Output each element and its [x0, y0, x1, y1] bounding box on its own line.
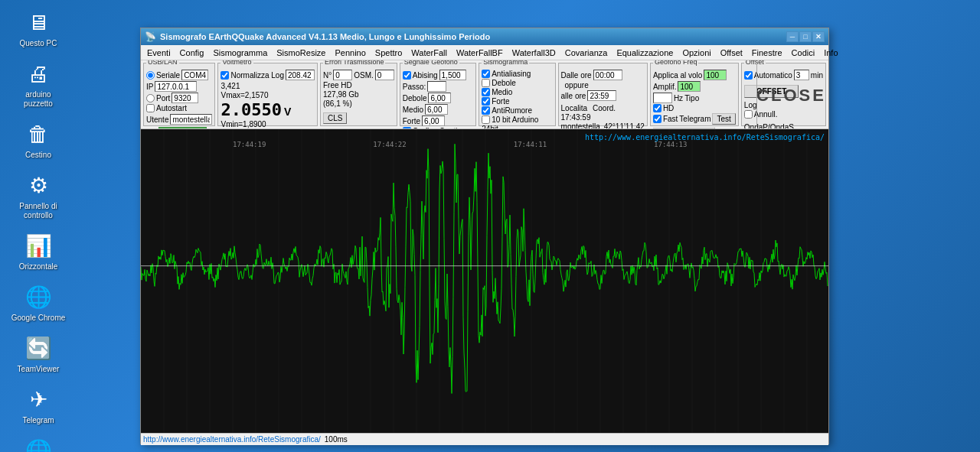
test-button[interactable]: Test	[712, 113, 735, 125]
app-window: 📡 Sismografo EArthQQuake Advanced V4.1.1…	[140, 28, 829, 444]
fast-check[interactable]	[653, 115, 662, 123]
cestino-label: Cestino	[25, 151, 51, 160]
forte-s-label: Forte	[492, 97, 509, 106]
menu-opzioni[interactable]: Opzioni	[678, 47, 715, 59]
localita-value: montestella	[561, 122, 600, 129]
autostart-check[interactable]	[146, 104, 155, 112]
menu-info[interactable]: Info	[819, 47, 842, 59]
geofono-section: Geofono Freq Applica al volo Amplif. Hz …	[650, 63, 739, 126]
n-value[interactable]	[333, 70, 352, 80]
menu-equalizzazione[interactable]: Equalizzazione	[612, 47, 678, 59]
normalizza-value[interactable]	[286, 70, 315, 80]
abising-value[interactable]	[439, 70, 466, 80]
abising-check[interactable]	[403, 71, 411, 80]
osm-value[interactable]	[375, 70, 394, 80]
menu-pennino[interactable]: Pennino	[330, 47, 370, 59]
antialising-label: Antialiasing	[492, 70, 531, 78]
port-radio[interactable]	[146, 94, 155, 102]
hz-value[interactable]	[653, 93, 672, 103]
debole-value[interactable]	[428, 93, 451, 103]
menu-waterfall[interactable]: WaterFall	[407, 47, 452, 59]
medio-s-check[interactable]	[482, 88, 490, 96]
desktop-icon-telegram[interactable]: ✈ Telegram	[8, 381, 69, 428]
ts3: 17:44:11	[514, 141, 547, 148]
desktop-icon-chrome[interactable]: 🌐 Google Chrome	[8, 278, 69, 326]
ts1: 17:44:19	[233, 141, 266, 148]
debole-label: Debole	[403, 94, 427, 102]
menu-finestre[interactable]: Finestre	[747, 47, 787, 59]
serial-radio[interactable]	[146, 71, 155, 80]
normalizza-check[interactable]	[220, 71, 229, 80]
menu-covarianza[interactable]: Covarianza	[560, 47, 612, 59]
annull-check[interactable]	[744, 110, 753, 119]
ip-label: IP	[146, 83, 153, 91]
menu-sismoresize[interactable]: SismoResize	[272, 47, 330, 59]
offset-section: Offset Automatico min OFFSET Log Annull.…	[741, 63, 826, 126]
vmin: Vmin=1,8900	[220, 120, 266, 128]
pc-label: Questo PC	[20, 39, 57, 48]
status-url: http://www.energiealternativa.info/ReteS…	[143, 435, 321, 444]
antialising-check[interactable]	[482, 70, 490, 78]
desktop-icon-pc[interactable]: 🖥 Questo PC	[8, 4, 69, 51]
free-hd-pct: (86,1 %)	[323, 99, 352, 108]
window-title: Sismografo EArthQQuake Advanced V4.1.13 …	[160, 32, 786, 41]
forte-s-check[interactable]	[482, 97, 490, 106]
vmax: Vmax=2,1570	[220, 91, 268, 99]
minimize-button[interactable]: ─	[786, 31, 799, 42]
volt-big-value: 2.0550	[220, 100, 281, 119]
antirumore-check[interactable]	[482, 106, 490, 115]
forte-value[interactable]	[422, 115, 445, 126]
debole-s-check[interactable]	[482, 79, 490, 87]
applica-value[interactable]	[704, 70, 727, 80]
tipo-label: Tipo	[684, 94, 699, 102]
port-value[interactable]	[172, 93, 198, 103]
window-close-button[interactable]: ✕	[812, 31, 825, 42]
amplif-value[interactable]	[678, 81, 701, 92]
maximize-button[interactable]: □	[799, 31, 812, 42]
alle-ore-value[interactable]	[587, 90, 616, 101]
desktop-icon-orizzontale[interactable]: 📊 Orizzontale	[8, 227, 69, 275]
seismo-canvas	[141, 129, 828, 433]
utente-value[interactable]	[170, 114, 212, 125]
abising-label: Abising	[413, 71, 438, 80]
menu-config[interactable]: Config	[175, 47, 209, 59]
medio-value[interactable]	[425, 104, 448, 115]
errors-title: Errori Trasmissione	[323, 60, 386, 66]
voltmeter-title: Voltmetro	[220, 60, 253, 66]
dalle-ore-value[interactable]	[593, 70, 622, 80]
menu-waterfall3d[interactable]: Waterfall3D	[508, 47, 560, 59]
applica-label: Applica al volo	[653, 71, 702, 80]
serial-value[interactable]	[181, 70, 208, 80]
desktop-icon-arduino[interactable]: 🖨 arduino puzzetto	[8, 55, 69, 112]
desktop-icon-cestino[interactable]: 🗑 Cestino	[8, 115, 69, 163]
free-hd-value: 127,98 Gb	[323, 90, 359, 99]
passo-value[interactable]	[427, 81, 446, 92]
arduino-label: arduino puzzetto	[11, 90, 66, 109]
cls-button[interactable]: CLS	[323, 112, 347, 124]
passo-label: Passo:	[403, 83, 426, 91]
ip-value[interactable]	[155, 81, 197, 92]
bit10-check[interactable]	[482, 115, 490, 124]
menu-spettro[interactable]: Spettro	[371, 47, 407, 59]
menu-waterfall-bf[interactable]: WaterFallBF	[452, 47, 508, 59]
hd-check[interactable]	[653, 104, 662, 112]
menu-sismogramma[interactable]: Sismogramma	[208, 47, 272, 59]
arduino-icon: 🖨	[23, 58, 54, 89]
fast-label: Fast	[663, 115, 678, 123]
menu-offset[interactable]: Offset	[716, 47, 747, 59]
title-bar: 📡 Sismografo EArthQQuake Advanced V4.1.1…	[141, 28, 828, 45]
orizzontale-icon: 📊	[23, 230, 54, 261]
sismogramma-section: Sismogramma Antialiasing Debole Medio Fo…	[479, 63, 555, 126]
menu-codici[interactable]: Codici	[787, 47, 820, 59]
edge-icon: 🌐	[23, 435, 54, 452]
automatico-check[interactable]	[744, 71, 753, 80]
bit10-label: 10 bit Arduino	[492, 115, 538, 124]
osm-label: OSM.	[354, 71, 374, 80]
menu-eventi[interactable]: Eventi	[142, 47, 175, 59]
desktop-icon-pannello[interactable]: ⚙ Pannello di controllo	[8, 167, 69, 223]
desktop-icon-edge[interactable]: 🌐	[8, 432, 69, 452]
geofono-title: Geofono Freq	[653, 60, 699, 66]
val1: 3,421	[220, 82, 240, 90]
debole-s-label: Debole	[492, 79, 516, 87]
desktop-icon-teamviewer[interactable]: 🔄 TeamViewer	[8, 330, 69, 377]
